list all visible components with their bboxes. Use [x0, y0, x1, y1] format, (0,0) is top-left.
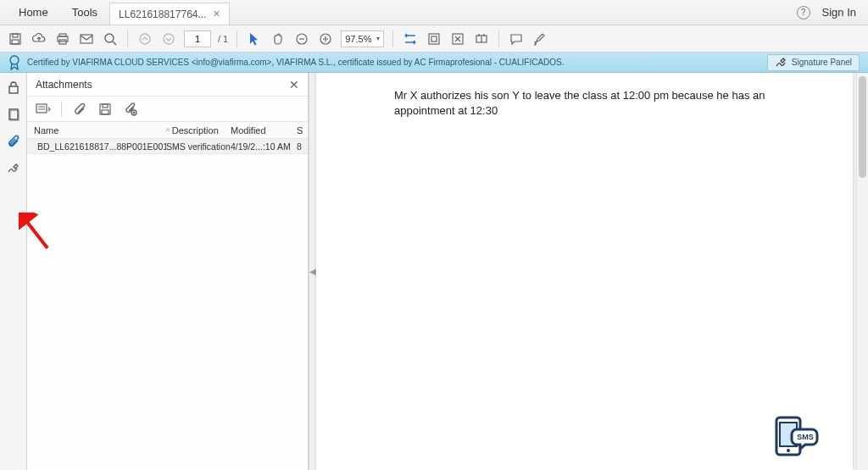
lock-icon[interactable] [6, 80, 21, 95]
tab-document[interactable]: LL621618817764... ✕ [109, 3, 230, 25]
mail-icon[interactable] [78, 30, 95, 47]
col-modified[interactable]: Modified [231, 125, 297, 135]
attachment-size: 8 [297, 141, 309, 152]
signature-text: Certified by VIAFIRMA CLOUD SERVICES <in… [27, 58, 565, 67]
save-icon[interactable] [7, 30, 24, 47]
svg-point-9 [164, 34, 174, 44]
pointer-icon[interactable] [246, 30, 263, 47]
zoom-in-icon[interactable] [317, 30, 334, 47]
attachment-row[interactable]: BD_LL621618817...88P001E001.xml SMS veri… [27, 139, 308, 154]
svg-point-28 [787, 449, 790, 452]
page-up-icon [136, 30, 153, 47]
left-rail [0, 73, 27, 470]
sign-in-button[interactable]: Sign In [822, 6, 856, 19]
attachments-close-icon[interactable]: ✕ [289, 78, 299, 91]
svg-rect-17 [9, 86, 18, 93]
add-attachment-icon[interactable] [123, 102, 138, 117]
zoom-value: 97.5% [345, 34, 371, 44]
toolbar: / 1 97.5% ▾ [0, 25, 868, 53]
tab-document-label: LL621618817764... [119, 8, 206, 20]
svg-rect-23 [103, 104, 108, 108]
page-number-input[interactable] [184, 30, 211, 47]
svg-text:SMS: SMS [797, 433, 814, 441]
fullscreen-icon[interactable] [449, 30, 466, 47]
attachment-name: BD_LL621618817...88P001E001.xml [27, 141, 166, 152]
cloud-upload-icon[interactable] [31, 30, 47, 47]
page-total-label: / 1 [218, 34, 228, 44]
main-area: Attachments ✕ Name Description Modified … [0, 73, 868, 470]
svg-rect-24 [102, 110, 108, 114]
sms-badge-icon: SMS [771, 414, 819, 458]
svg-rect-2 [12, 40, 19, 44]
attachments-title: Attachments [36, 79, 92, 91]
fit-width-icon[interactable] [402, 30, 419, 47]
signature-panel-button[interactable]: Signature Panel [767, 54, 860, 71]
save-attachment-icon[interactable] [97, 102, 113, 117]
page-down-icon [160, 30, 177, 47]
tab-home[interactable]: Home [7, 0, 60, 25]
tab-bar: Home Tools LL621618817764... ✕ ? Sign In [0, 0, 868, 25]
search-icon[interactable] [102, 30, 119, 47]
svg-rect-21 [36, 104, 47, 113]
attachment-desc: SMS verification [166, 141, 231, 152]
signatures-rail-icon[interactable] [6, 161, 21, 176]
svg-rect-6 [81, 35, 92, 43]
thumbnails-icon[interactable] [6, 107, 21, 122]
document-viewport[interactable]: ◀ Mr X authorizes his son Y to leave the… [309, 73, 868, 470]
read-mode-icon[interactable] [473, 30, 490, 47]
col-size[interactable]: S [297, 125, 309, 135]
scrollbar-thumb[interactable] [859, 76, 866, 178]
open-attachment-icon[interactable] [72, 102, 87, 117]
panel-collapse-grip[interactable]: ◀ [309, 260, 316, 284]
attachments-columns[interactable]: Name Description Modified S [27, 122, 308, 139]
ribbon-icon [8, 55, 20, 70]
chevron-down-icon: ▾ [376, 35, 380, 42]
svg-rect-12 [429, 34, 439, 44]
svg-rect-1 [13, 34, 18, 37]
tab-tools[interactable]: Tools [60, 0, 109, 25]
hand-icon[interactable] [270, 30, 287, 47]
view-options-icon[interactable] [36, 102, 51, 117]
col-name[interactable]: Name [27, 125, 166, 135]
col-description[interactable]: Description [166, 125, 231, 135]
print-icon[interactable] [54, 30, 71, 47]
document-page: Mr X authorizes his son Y to leave the c… [316, 73, 853, 470]
svg-point-7 [105, 34, 114, 42]
zoom-out-icon[interactable] [293, 30, 310, 47]
document-body-text: Mr X authorizes his son Y to leave the c… [394, 88, 819, 118]
attachments-panel: Attachments ✕ Name Description Modified … [27, 73, 309, 470]
svg-rect-13 [431, 36, 437, 41]
attachments-toolbar [27, 97, 308, 122]
svg-point-16 [10, 56, 19, 64]
attachment-modified: 4/19/2...:10 AM [231, 141, 297, 152]
vertical-scrollbar[interactable] [856, 73, 868, 470]
zoom-select[interactable]: 97.5% ▾ [341, 30, 384, 47]
fit-page-icon[interactable] [426, 30, 442, 47]
help-icon[interactable]: ? [797, 6, 810, 19]
svg-point-8 [140, 34, 150, 44]
comment-icon[interactable] [508, 30, 525, 47]
highlight-icon[interactable] [531, 30, 548, 47]
attachments-rail-icon[interactable] [6, 134, 21, 149]
tab-close-icon[interactable]: ✕ [213, 8, 220, 19]
signature-panel-label: Signature Panel [792, 58, 852, 67]
signature-banner: Certified by VIAFIRMA CLOUD SERVICES <in… [0, 53, 868, 73]
